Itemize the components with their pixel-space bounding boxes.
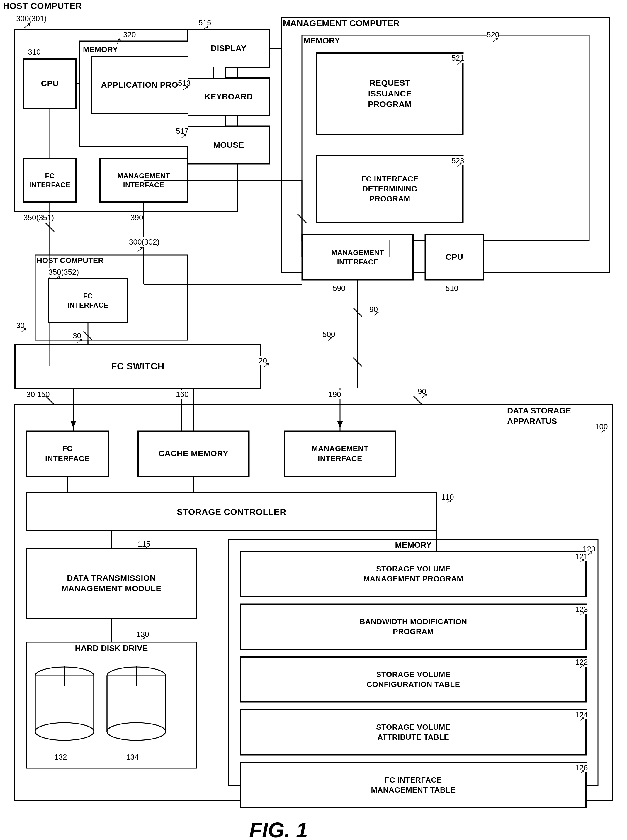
cache-memory-box: CACHE MEMORY	[138, 431, 249, 476]
management-interface-storage-box: MANAGEMENTINTERFACE	[284, 431, 396, 476]
ref-300-302: 300(302)	[129, 238, 159, 247]
display-box: DISPLAY	[187, 29, 270, 68]
svg-line-69	[298, 214, 306, 223]
svg-line-63	[46, 223, 54, 232]
storage-controller-box: STORAGE CONTROLLER	[27, 493, 437, 531]
svg-point-54	[35, 723, 94, 740]
ref-590: 590	[333, 284, 345, 293]
management-interface-mgmt-box: MANAGEMENTINTERFACE	[302, 235, 413, 280]
request-issuance-box: REQUESTISSUANCEPROGRAM	[317, 53, 463, 135]
management-interface-host-box: MANAGEMENTINTERFACE	[100, 158, 187, 202]
mouse-box: MOUSE	[187, 126, 270, 164]
fc-determining-box: FC INTERFACEDETERMININGPROGRAM	[317, 155, 463, 223]
ref-510: 510	[446, 284, 458, 293]
ref-160: 160	[176, 390, 189, 399]
diagram-container: HOST COMPUTER CPU 310 MEMORY 320 321 ↗ A…	[0, 0, 627, 840]
ref-132: 132	[54, 753, 67, 762]
svg-line-75	[353, 308, 362, 317]
svg-line-76	[353, 358, 362, 367]
fc-interface-mgmt-table-box: FC INTERFACEMANAGEMENT TABLE	[240, 762, 586, 808]
svg-line-65	[83, 331, 92, 340]
bandwidth-modification-box: BANDWIDTH MODIFICATIONPROGRAM	[240, 604, 586, 649]
fc-interface-storage-box: FCINTERFACE	[27, 431, 109, 476]
svg-line-88	[413, 396, 422, 405]
disk-cylinder-134	[102, 665, 170, 745]
ref-320: 320	[123, 30, 136, 39]
svg-marker-51	[337, 421, 343, 428]
fc-interface-host-box: FCINTERFACE	[24, 158, 76, 202]
ref-190: 190	[328, 390, 341, 399]
svg-point-59	[107, 723, 165, 740]
storage-volume-config-box: STORAGE VOLUMECONFIGURATION TABLE	[240, 657, 586, 702]
fc-interface-host2-box: FCINTERFACE	[48, 279, 128, 323]
disk-cylinder-132	[31, 665, 98, 745]
fc-switch-box: FC SWITCH	[15, 345, 261, 388]
figure-label: FIG. 1	[249, 818, 308, 840]
storage-volume-attr-box: STORAGE VOLUMEATTRIBUTE TABLE	[240, 709, 586, 755]
ref-300-301: 300(301)	[16, 14, 47, 23]
host-computer-outer-label: HOST COMPUTER	[0, 0, 82, 11]
ref-390: 390	[131, 213, 143, 222]
ref-350-351: 350(351)	[24, 213, 54, 222]
ref-30-150: 30 150	[27, 390, 50, 399]
ref-134: 134	[126, 753, 139, 762]
keyboard-box: KEYBOARD	[187, 78, 270, 116]
cpu-box: CPU	[24, 58, 76, 109]
cpu-mgmt-box: CPU	[425, 235, 484, 280]
svg-marker-50	[70, 421, 76, 428]
storage-volume-mgmt-box: STORAGE VOLUMEMANAGEMENT PROGRAM	[240, 551, 586, 597]
ref-350-352: 350(352)	[48, 268, 79, 277]
ref-310: 310	[28, 47, 41, 57]
data-transmission-box: DATA TRANSMISSIONMANAGEMENT MODULE	[27, 548, 196, 619]
